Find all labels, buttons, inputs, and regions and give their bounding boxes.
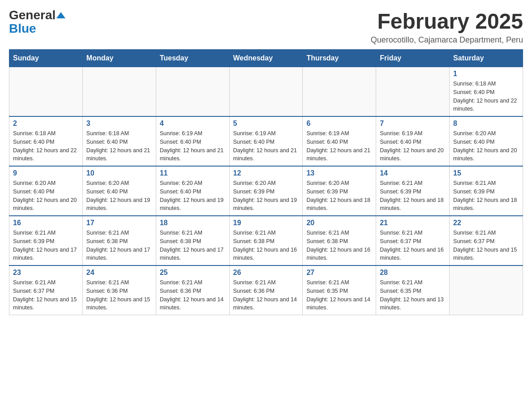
calendar-day-cell <box>229 67 303 117</box>
day-number: 7 <box>380 120 446 128</box>
calendar-week-row: 1Sunrise: 6:18 AM Sunset: 6:40 PM Daylig… <box>9 67 523 117</box>
location-subtitle: Querocotillo, Cajamarca Department, Peru <box>371 35 523 45</box>
calendar-day-cell <box>9 67 83 117</box>
day-number: 2 <box>13 120 79 128</box>
calendar-week-row: 9Sunrise: 6:20 AM Sunset: 6:40 PM Daylig… <box>9 166 523 216</box>
day-info: Sunrise: 6:19 AM Sunset: 6:40 PM Dayligh… <box>306 129 372 163</box>
day-info: Sunrise: 6:21 AM Sunset: 6:37 PM Dayligh… <box>380 229 446 262</box>
calendar-week-row: 16Sunrise: 6:21 AM Sunset: 6:39 PM Dayli… <box>9 216 523 265</box>
calendar-day-cell: 1Sunrise: 6:18 AM Sunset: 6:40 PM Daylig… <box>450 67 523 117</box>
day-info: Sunrise: 6:21 AM Sunset: 6:39 PM Dayligh… <box>380 179 446 213</box>
day-number: 5 <box>233 120 299 128</box>
calendar-day-cell: 20Sunrise: 6:21 AM Sunset: 6:38 PM Dayli… <box>303 216 376 265</box>
day-info: Sunrise: 6:21 AM Sunset: 6:38 PM Dayligh… <box>86 229 152 262</box>
calendar-day-cell: 6Sunrise: 6:19 AM Sunset: 6:40 PM Daylig… <box>303 116 376 166</box>
calendar-day-cell: 4Sunrise: 6:19 AM Sunset: 6:40 PM Daylig… <box>156 116 229 166</box>
logo-blue: Blue <box>9 21 36 36</box>
day-of-week-header: Tuesday <box>156 50 229 67</box>
day-number: 16 <box>13 219 79 227</box>
calendar-day-cell: 17Sunrise: 6:21 AM Sunset: 6:38 PM Dayli… <box>82 216 156 265</box>
day-info: Sunrise: 6:21 AM Sunset: 6:37 PM Dayligh… <box>453 229 519 262</box>
calendar-day-cell: 2Sunrise: 6:18 AM Sunset: 6:40 PM Daylig… <box>9 116 83 166</box>
calendar-day-cell: 13Sunrise: 6:20 AM Sunset: 6:39 PM Dayli… <box>303 166 376 216</box>
day-number: 27 <box>306 269 372 277</box>
day-number: 1 <box>453 70 519 78</box>
day-number: 23 <box>13 269 79 277</box>
calendar-day-cell <box>376 67 450 117</box>
calendar-day-cell <box>82 67 156 117</box>
calendar-day-cell: 12Sunrise: 6:20 AM Sunset: 6:39 PM Dayli… <box>229 166 303 216</box>
calendar-day-cell <box>156 67 229 117</box>
day-number: 4 <box>160 120 226 128</box>
page-header: General Blue February 2025 Querocotillo,… <box>9 9 523 45</box>
day-info: Sunrise: 6:20 AM Sunset: 6:40 PM Dayligh… <box>13 179 79 213</box>
calendar-week-row: 2Sunrise: 6:18 AM Sunset: 6:40 PM Daylig… <box>9 116 523 166</box>
calendar-week-row: 23Sunrise: 6:21 AM Sunset: 6:37 PM Dayli… <box>9 265 523 315</box>
calendar-day-cell: 26Sunrise: 6:21 AM Sunset: 6:36 PM Dayli… <box>229 265 303 315</box>
day-of-week-header: Sunday <box>9 50 83 67</box>
day-info: Sunrise: 6:21 AM Sunset: 6:36 PM Dayligh… <box>86 278 152 312</box>
calendar-day-cell: 7Sunrise: 6:19 AM Sunset: 6:40 PM Daylig… <box>376 116 450 166</box>
day-info: Sunrise: 6:21 AM Sunset: 6:37 PM Dayligh… <box>13 278 79 312</box>
day-number: 25 <box>160 269 226 277</box>
day-info: Sunrise: 6:21 AM Sunset: 6:38 PM Dayligh… <box>160 229 226 262</box>
day-info: Sunrise: 6:21 AM Sunset: 6:35 PM Dayligh… <box>380 278 446 312</box>
day-number: 15 <box>453 169 519 177</box>
day-info: Sunrise: 6:18 AM Sunset: 6:40 PM Dayligh… <box>86 129 152 163</box>
calendar-day-cell: 11Sunrise: 6:20 AM Sunset: 6:40 PM Dayli… <box>156 166 229 216</box>
calendar-day-cell: 14Sunrise: 6:21 AM Sunset: 6:39 PM Dayli… <box>376 166 450 216</box>
day-number: 11 <box>160 169 226 177</box>
calendar-day-cell: 23Sunrise: 6:21 AM Sunset: 6:37 PM Dayli… <box>9 265 83 315</box>
calendar-header-row: SundayMondayTuesdayWednesdayThursdayFrid… <box>9 50 523 67</box>
day-info: Sunrise: 6:20 AM Sunset: 6:40 PM Dayligh… <box>453 129 519 163</box>
day-info: Sunrise: 6:20 AM Sunset: 6:39 PM Dayligh… <box>233 179 299 213</box>
calendar-day-cell: 8Sunrise: 6:20 AM Sunset: 6:40 PM Daylig… <box>450 116 523 166</box>
day-number: 21 <box>380 219 446 227</box>
day-of-week-header: Wednesday <box>229 50 303 67</box>
calendar-day-cell: 5Sunrise: 6:19 AM Sunset: 6:40 PM Daylig… <box>229 116 303 166</box>
day-number: 9 <box>13 169 79 177</box>
day-info: Sunrise: 6:19 AM Sunset: 6:40 PM Dayligh… <box>233 129 299 163</box>
day-number: 28 <box>380 269 446 277</box>
logo-triangle-icon <box>56 12 65 18</box>
logo-general: General <box>9 9 56 21</box>
day-info: Sunrise: 6:20 AM Sunset: 6:40 PM Dayligh… <box>160 179 226 213</box>
day-number: 13 <box>306 169 372 177</box>
day-number: 8 <box>453 120 519 128</box>
day-info: Sunrise: 6:21 AM Sunset: 6:39 PM Dayligh… <box>453 179 519 213</box>
day-info: Sunrise: 6:18 AM Sunset: 6:40 PM Dayligh… <box>453 80 519 113</box>
day-number: 22 <box>453 219 519 227</box>
day-of-week-header: Monday <box>82 50 156 67</box>
day-info: Sunrise: 6:21 AM Sunset: 6:38 PM Dayligh… <box>306 229 372 262</box>
calendar-day-cell: 16Sunrise: 6:21 AM Sunset: 6:39 PM Dayli… <box>9 216 83 265</box>
day-number: 14 <box>380 169 446 177</box>
calendar-day-cell <box>303 67 376 117</box>
day-number: 6 <box>306 120 372 128</box>
day-info: Sunrise: 6:20 AM Sunset: 6:40 PM Dayligh… <box>86 179 152 213</box>
calendar-day-cell: 10Sunrise: 6:20 AM Sunset: 6:40 PM Dayli… <box>82 166 156 216</box>
day-number: 10 <box>86 169 152 177</box>
logo: General Blue <box>9 9 65 36</box>
day-number: 26 <box>233 269 299 277</box>
calendar-day-cell: 27Sunrise: 6:21 AM Sunset: 6:35 PM Dayli… <box>303 265 376 315</box>
title-section: February 2025 Querocotillo, Cajamarca De… <box>371 9 523 45</box>
day-number: 17 <box>86 219 152 227</box>
calendar-day-cell: 25Sunrise: 6:21 AM Sunset: 6:36 PM Dayli… <box>156 265 229 315</box>
day-of-week-header: Friday <box>376 50 450 67</box>
day-info: Sunrise: 6:19 AM Sunset: 6:40 PM Dayligh… <box>380 129 446 163</box>
calendar-day-cell: 24Sunrise: 6:21 AM Sunset: 6:36 PM Dayli… <box>82 265 156 315</box>
day-info: Sunrise: 6:21 AM Sunset: 6:38 PM Dayligh… <box>233 229 299 262</box>
calendar-day-cell: 22Sunrise: 6:21 AM Sunset: 6:37 PM Dayli… <box>450 216 523 265</box>
day-info: Sunrise: 6:18 AM Sunset: 6:40 PM Dayligh… <box>13 129 79 163</box>
day-of-week-header: Thursday <box>303 50 376 67</box>
calendar-day-cell: 19Sunrise: 6:21 AM Sunset: 6:38 PM Dayli… <box>229 216 303 265</box>
calendar-day-cell: 21Sunrise: 6:21 AM Sunset: 6:37 PM Dayli… <box>376 216 450 265</box>
day-number: 3 <box>86 120 152 128</box>
day-info: Sunrise: 6:21 AM Sunset: 6:35 PM Dayligh… <box>306 278 372 312</box>
day-info: Sunrise: 6:21 AM Sunset: 6:36 PM Dayligh… <box>160 278 226 312</box>
day-info: Sunrise: 6:21 AM Sunset: 6:39 PM Dayligh… <box>13 229 79 262</box>
month-title: February 2025 <box>371 9 523 34</box>
calendar-table: SundayMondayTuesdayWednesdayThursdayFrid… <box>9 49 523 315</box>
day-number: 12 <box>233 169 299 177</box>
calendar-day-cell <box>450 265 523 315</box>
